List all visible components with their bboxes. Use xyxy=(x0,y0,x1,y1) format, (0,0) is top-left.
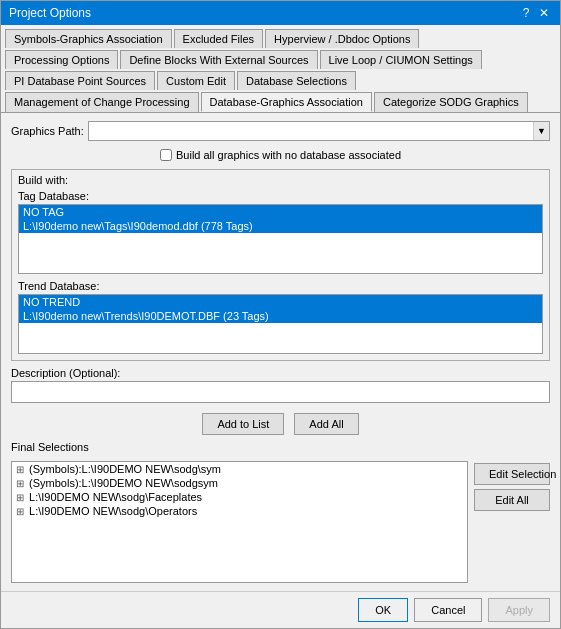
final-item-2[interactable]: ⊞ L:\I90DEMO NEW\sodg\Faceplates xyxy=(12,490,467,504)
final-item-0[interactable]: ⊞ (Symbols):L:\I90DEMO NEW\sodg\sym xyxy=(12,462,467,476)
graphics-path-value[interactable] xyxy=(89,122,533,140)
graphics-path-field: ▼ xyxy=(88,121,550,141)
final-item-1-text: (Symbols):L:\I90DEMO NEW\sodgsym xyxy=(29,477,218,489)
trend-db-item-1[interactable]: L:\I90demo new\Trends\I90DEMOT.DBF (23 T… xyxy=(19,309,542,323)
tabs-row-2: Processing Options Define Blocks With Ex… xyxy=(5,50,556,69)
tab-symbols-graphics[interactable]: Symbols-Graphics Association xyxy=(5,29,172,48)
expand-icon-0: ⊞ xyxy=(16,464,24,475)
tab-hyperview[interactable]: Hyperview / .Dbdoc Options xyxy=(265,29,419,48)
final-item-2-text: L:\I90DEMO NEW\sodg\Faceplates xyxy=(29,491,202,503)
main-content: Graphics Path: ▼ Build all graphics with… xyxy=(1,113,560,591)
title-bar-buttons: ? ✕ xyxy=(518,5,552,21)
description-label: Description (Optional): xyxy=(11,367,550,379)
final-selections-label: Final Selections xyxy=(11,441,550,453)
tab-processing-options[interactable]: Processing Options xyxy=(5,50,118,69)
final-item-3-text: L:\I90DEMO NEW\sodg\Operators xyxy=(29,505,197,517)
tabs-row-3: PI Database Point Sources Custom Edit Da… xyxy=(5,71,556,90)
build-all-checkbox[interactable] xyxy=(160,149,172,161)
tabs-row-1: Symbols-Graphics Association Excluded Fi… xyxy=(5,29,556,48)
tab-categorize-sodg[interactable]: Categorize SODG Graphics xyxy=(374,92,528,112)
edit-selection-button[interactable]: Edit Selection xyxy=(474,463,550,485)
build-with-section: Build with: Tag Database: NO TAG L:\I90d… xyxy=(11,169,550,361)
graphics-path-label: Graphics Path: xyxy=(11,125,84,137)
tag-db-item-1[interactable]: L:\I90demo new\Tags\I90demod.dbf (778 Ta… xyxy=(19,219,542,233)
tabs-container: Symbols-Graphics Association Excluded Fi… xyxy=(1,25,560,113)
bottom-bar: OK Cancel Apply xyxy=(1,591,560,628)
expand-icon-1: ⊞ xyxy=(16,478,24,489)
edit-all-button[interactable]: Edit All xyxy=(474,489,550,511)
add-to-list-button[interactable]: Add to List xyxy=(202,413,284,435)
build-with-label: Build with: xyxy=(18,174,543,186)
add-buttons-row: Add to List Add All xyxy=(11,413,550,435)
trend-database-list[interactable]: NO TREND L:\I90demo new\Trends\I90DEMOT.… xyxy=(18,294,543,354)
tab-custom-edit[interactable]: Custom Edit xyxy=(157,71,235,90)
build-all-label: Build all graphics with no database asso… xyxy=(176,149,401,161)
trend-db-item-0[interactable]: NO TREND xyxy=(19,295,542,309)
dialog-title: Project Options xyxy=(9,6,91,20)
build-all-row: Build all graphics with no database asso… xyxy=(11,149,550,161)
tag-db-item-0[interactable]: NO TAG xyxy=(19,205,542,219)
final-item-3[interactable]: ⊞ L:\I90DEMO NEW\sodg\Operators xyxy=(12,504,467,518)
tab-pi-database[interactable]: PI Database Point Sources xyxy=(5,71,155,90)
final-buttons: Edit Selection Edit All xyxy=(474,461,550,583)
tag-database-label: Tag Database: xyxy=(18,190,543,202)
tabs-row-4: Management of Change Processing Database… xyxy=(5,92,556,112)
expand-icon-2: ⊞ xyxy=(16,492,24,503)
tab-excluded-files[interactable]: Excluded Files xyxy=(174,29,264,48)
tab-database-selections[interactable]: Database Selections xyxy=(237,71,356,90)
apply-button[interactable]: Apply xyxy=(488,598,550,622)
close-button[interactable]: ✕ xyxy=(536,5,552,21)
graphics-path-row: Graphics Path: ▼ xyxy=(11,121,550,141)
description-input[interactable] xyxy=(11,381,550,403)
tab-database-graphics[interactable]: Database-Graphics Association xyxy=(201,92,372,112)
add-all-button[interactable]: Add All xyxy=(294,413,358,435)
cancel-button[interactable]: Cancel xyxy=(414,598,482,622)
tab-management-of-change[interactable]: Management of Change Processing xyxy=(5,92,199,112)
project-options-dialog: Project Options ? ✕ Symbols-Graphics Ass… xyxy=(0,0,561,629)
final-selections-area: ⊞ (Symbols):L:\I90DEMO NEW\sodg\sym ⊞ (S… xyxy=(11,461,550,583)
expand-icon-3: ⊞ xyxy=(16,506,24,517)
help-button[interactable]: ? xyxy=(518,5,534,21)
final-item-0-text: (Symbols):L:\I90DEMO NEW\sodg\sym xyxy=(29,463,221,475)
ok-button[interactable]: OK xyxy=(358,598,408,622)
final-item-1[interactable]: ⊞ (Symbols):L:\I90DEMO NEW\sodgsym xyxy=(12,476,467,490)
final-selections-list[interactable]: ⊞ (Symbols):L:\I90DEMO NEW\sodg\sym ⊞ (S… xyxy=(11,461,468,583)
tab-live-loop[interactable]: Live Loop / CIUMON Settings xyxy=(320,50,482,69)
tab-define-blocks[interactable]: Define Blocks With External Sources xyxy=(120,50,317,69)
graphics-path-dropdown-btn[interactable]: ▼ xyxy=(533,122,549,140)
title-bar: Project Options ? ✕ xyxy=(1,1,560,25)
tag-database-list[interactable]: NO TAG L:\I90demo new\Tags\I90demod.dbf … xyxy=(18,204,543,274)
description-section: Description (Optional): xyxy=(11,367,550,403)
trend-database-label: Trend Database: xyxy=(18,280,543,292)
